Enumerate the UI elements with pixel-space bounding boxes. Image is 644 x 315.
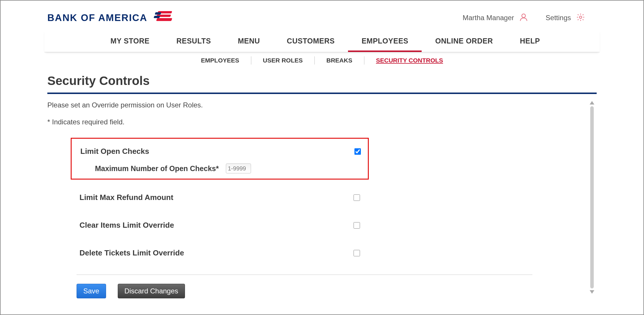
limit-open-checks-highlight: Limit Open Checks Maximum Number of Open… bbox=[71, 138, 369, 180]
delete-tickets-row: Delete Tickets Limit Override bbox=[77, 243, 363, 263]
topbar: BANK OF AMERICA Martha Man bbox=[44, 1, 600, 30]
limit-open-checks-checkbox[interactable] bbox=[354, 148, 361, 155]
scroll-region: Please set an Override permission on Use… bbox=[47, 101, 597, 294]
max-open-checks-label: Maximum Number of Open Checks* bbox=[95, 164, 219, 173]
options-block: Limit Open Checks Maximum Number of Open… bbox=[47, 138, 521, 298]
svg-point-6 bbox=[579, 16, 582, 18]
nav-customers[interactable]: CUSTOMERS bbox=[273, 30, 348, 52]
button-row: Save Discard Changes bbox=[77, 284, 521, 298]
svg-rect-2 bbox=[156, 18, 172, 21]
required-note: * Indicates required field. bbox=[47, 118, 579, 126]
nav-online-order[interactable]: ONLINE ORDER bbox=[422, 30, 506, 52]
svg-rect-4 bbox=[154, 16, 160, 18]
scrollbar[interactable] bbox=[589, 101, 595, 294]
brand-wordmark: BANK OF AMERICA bbox=[47, 12, 147, 23]
main-nav: MY STORE RESULTS MENU CUSTOMERS EMPLOYEE… bbox=[44, 30, 600, 52]
user-area: Martha Manager Settings bbox=[463, 13, 585, 23]
nav-menu[interactable]: MENU bbox=[224, 30, 273, 52]
brand-logo: BANK OF AMERICA bbox=[47, 11, 175, 25]
limit-open-checks-label: Limit Open Checks bbox=[80, 147, 149, 156]
page-title: Security Controls bbox=[47, 69, 597, 94]
separator bbox=[77, 274, 532, 275]
discard-button[interactable]: Discard Changes bbox=[118, 284, 185, 298]
sub-nav: EMPLOYEES USER ROLES BREAKS SECURITY CON… bbox=[44, 52, 600, 67]
max-open-checks-input[interactable] bbox=[226, 163, 251, 173]
scroll-down-icon[interactable] bbox=[590, 290, 594, 294]
limit-max-refund-label: Limit Max Refund Amount bbox=[79, 193, 173, 202]
scroll-track[interactable] bbox=[590, 106, 594, 288]
subnav-breaks[interactable]: BREAKS bbox=[315, 56, 364, 65]
nav-help[interactable]: HELP bbox=[506, 30, 553, 52]
limit-max-refund-checkbox[interactable] bbox=[354, 194, 360, 201]
gear-icon[interactable] bbox=[576, 13, 585, 23]
limit-max-refund-row: Limit Max Refund Amount bbox=[77, 188, 363, 207]
user-icon[interactable] bbox=[519, 13, 528, 23]
flag-icon bbox=[152, 11, 175, 25]
max-open-checks-row: Maximum Number of Open Checks* bbox=[72, 163, 368, 173]
delete-tickets-label: Delete Tickets Limit Override bbox=[79, 248, 184, 257]
delete-tickets-checkbox[interactable] bbox=[354, 250, 360, 256]
nav-employees[interactable]: EMPLOYEES bbox=[348, 30, 422, 52]
save-button[interactable]: Save bbox=[77, 284, 106, 298]
intro-text: Please set an Override permission on Use… bbox=[47, 101, 579, 109]
user-name[interactable]: Martha Manager bbox=[463, 14, 514, 22]
clear-items-checkbox[interactable] bbox=[354, 222, 360, 229]
svg-rect-3 bbox=[155, 12, 162, 15]
svg-point-5 bbox=[522, 14, 526, 18]
clear-items-row: Clear Items Limit Override bbox=[77, 215, 363, 235]
scroll-up-icon[interactable] bbox=[590, 101, 594, 105]
subnav-user-roles[interactable]: USER ROLES bbox=[251, 56, 315, 65]
subnav-security-controls[interactable]: SECURITY CONTROLS bbox=[364, 56, 455, 65]
subnav-employees[interactable]: EMPLOYEES bbox=[189, 56, 251, 65]
clear-items-label: Clear Items Limit Override bbox=[79, 221, 174, 230]
limit-open-checks-row: Limit Open Checks bbox=[77, 142, 364, 161]
nav-my-store[interactable]: MY STORE bbox=[97, 30, 163, 52]
settings-link[interactable]: Settings bbox=[546, 14, 571, 22]
nav-results[interactable]: RESULTS bbox=[163, 30, 224, 52]
